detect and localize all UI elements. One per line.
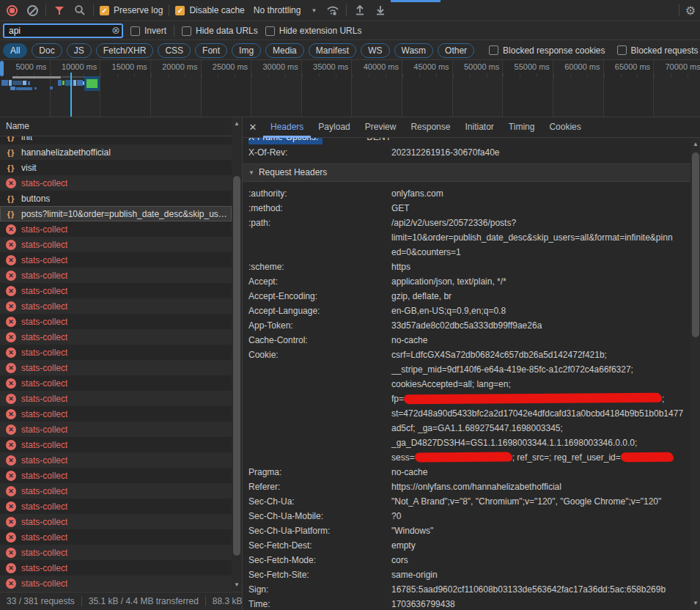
request-row[interactable]: stats-collect [0, 452, 232, 468]
request-row[interactable]: stats-collect [0, 175, 232, 191]
tab-initiator[interactable]: Initiator [457, 117, 501, 138]
search-icon [74, 4, 86, 16]
filter-type-all[interactable]: All [3, 43, 27, 58]
filter-input[interactable] [3, 23, 123, 38]
filter-type-manifest[interactable]: Manifest [309, 43, 356, 58]
request-row[interactable]: hannahelizabethofficial [0, 144, 232, 160]
request-row[interactable]: stats-collect [0, 545, 232, 560]
clear-filter-icon[interactable] [111, 25, 120, 35]
request-row[interactable]: stats-collect [0, 329, 232, 345]
tab-preview[interactable]: Preview [358, 117, 404, 138]
request-row[interactable]: stats-collect [0, 529, 232, 545]
request-header-rows: :authority:onlyfans.com:method:GET:path:… [243, 182, 690, 610]
header-name: :scheme: [248, 260, 391, 274]
request-type-filter-bar: AllDocJSFetch/XHRCSSFontImgMediaManifest… [0, 41, 700, 60]
request-row[interactable]: stats-collect [0, 283, 232, 298]
timeline-minor-tick [487, 73, 487, 77]
filter-toggle-button[interactable] [52, 3, 67, 18]
scrollbar-thumb[interactable] [233, 176, 240, 556]
request-row[interactable]: stats-collect [0, 298, 232, 314]
request-headers-section-header[interactable]: Request Headers [243, 164, 690, 182]
request-row[interactable]: stats-collect [0, 560, 232, 576]
scroll-up-arrow-icon[interactable]: ▲ [690, 139, 700, 150]
network-conditions-button[interactable] [325, 3, 340, 18]
close-details-icon[interactable] [243, 122, 263, 133]
filter-type-img[interactable]: Img [232, 43, 261, 58]
request-row-selected[interactable]: posts?limit=10&order=publish_date_desc&s… [0, 206, 232, 221]
request-row[interactable]: stats-collect [0, 468, 232, 483]
request-row[interactable]: stats-collect [0, 514, 232, 529]
record-network-log-button[interactable] [4, 3, 19, 18]
search-button[interactable] [73, 3, 87, 18]
request-row[interactable]: stats-collect [0, 375, 232, 391]
scroll-down-arrow-icon[interactable]: ▼ [232, 580, 242, 590]
error-icon [6, 471, 16, 481]
tab-response[interactable]: Response [403, 117, 457, 138]
scrollbar-thumb[interactable] [692, 152, 699, 337]
request-row[interactable]: stats-collect [0, 237, 232, 252]
header-name: Pragma: [248, 465, 391, 479]
invert-checkbox[interactable]: Invert [130, 26, 166, 36]
request-row[interactable]: stats-collect [0, 406, 232, 422]
header-name: Accept-Encoding: [248, 289, 391, 304]
throttling-select[interactable]: No throttling ▼ [251, 5, 320, 15]
details-scrollbar[interactable]: ▲ ▼ [690, 138, 700, 610]
request-row[interactable]: stats-collect [0, 391, 232, 406]
request-row[interactable]: stats-collect [0, 576, 232, 591]
clear-network-log-button[interactable] [25, 3, 40, 18]
network-overview-timeline[interactable]: 5000 ms10000 ms15000 ms20000 ms25000 ms3… [0, 60, 700, 117]
filter-type-fetch-xhr[interactable]: Fetch/XHR [96, 43, 154, 58]
header-value-line: 202312261916-30670fa40e [391, 145, 690, 160]
name-column-header[interactable]: Name [0, 117, 242, 136]
header-row: Referer:https://onlyfans.com/hannaheliza… [243, 479, 690, 494]
export-har-button[interactable] [373, 3, 388, 18]
checkbox-blocked-response-cookies[interactable]: Blocked response cookies [489, 45, 605, 56]
scroll-up-arrow-icon[interactable]: ▲ [232, 119, 242, 129]
request-row[interactable]: visit [0, 160, 232, 175]
request-row[interactable]: stats-collect [0, 314, 232, 329]
checkbox-blocked-requests[interactable]: Blocked requests [617, 45, 699, 56]
request-row[interactable]: stats-collect [0, 360, 232, 375]
tab-cookies[interactable]: Cookies [542, 117, 588, 138]
request-row[interactable]: stats-collect [0, 422, 232, 437]
filter-type-font[interactable]: Font [195, 43, 227, 58]
settings-gear-icon[interactable]: ⚙ [685, 4, 696, 18]
scroll-down-arrow-icon[interactable]: ▼ [690, 598, 700, 609]
header-value-line: gzip, deflate, br [391, 289, 690, 304]
preserve-log-label: Preserve log [114, 5, 163, 15]
request-row[interactable]: stats-collect [0, 268, 232, 283]
hide-extension-urls-checkbox[interactable]: Hide extension URLs [265, 26, 362, 36]
tab-headers[interactable]: Headers [263, 117, 311, 138]
tab-payload[interactable]: Payload [311, 117, 357, 138]
header-name: Time: [248, 597, 391, 610]
timeline-minor-tick [503, 73, 504, 77]
import-har-button[interactable] [353, 3, 367, 18]
tab-timing[interactable]: Timing [501, 117, 542, 138]
request-row[interactable]: stats-collect [0, 221, 232, 237]
request-row[interactable]: stats-collect [0, 252, 232, 268]
request-row[interactable]: buttons [0, 191, 232, 206]
request-row[interactable]: stats-collect [0, 437, 232, 452]
request-row[interactable]: stats-collect [0, 499, 232, 514]
filter-type-doc[interactable]: Doc [32, 43, 62, 58]
filter-type-css[interactable]: CSS [158, 43, 191, 58]
overview-drag-handle[interactable] [0, 61, 4, 76]
timeline-tick-label: 15000 ms [100, 60, 151, 117]
filter-type-media[interactable]: Media [265, 43, 304, 58]
filter-type-js[interactable]: JS [67, 43, 92, 58]
filter-type-wasm[interactable]: Wasm [394, 43, 434, 58]
filter-type-other[interactable]: Other [438, 43, 474, 58]
request-row[interactable]: stats-collect [0, 345, 232, 360]
request-name: stats-collect [21, 348, 67, 358]
filter-type-ws[interactable]: WS [361, 43, 389, 58]
disable-cache-checkbox[interactable]: Disable cache [175, 5, 244, 15]
checkbox-unchecked-icon [265, 26, 275, 36]
request-list-scrollbar[interactable]: ▲ ▼ [232, 117, 242, 592]
hide-data-urls-checkbox[interactable]: Hide data URLs [182, 26, 258, 36]
request-row[interactable]: init [0, 136, 232, 144]
timeline-minor-tick [671, 73, 671, 77]
timeline-minor-tick [386, 73, 386, 77]
response-header-rows: X-Of-Rev:202312261916-30670fa40e [243, 145, 690, 160]
preserve-log-checkbox[interactable]: Preserve log [100, 5, 163, 15]
request-row[interactable]: stats-collect [0, 483, 232, 499]
